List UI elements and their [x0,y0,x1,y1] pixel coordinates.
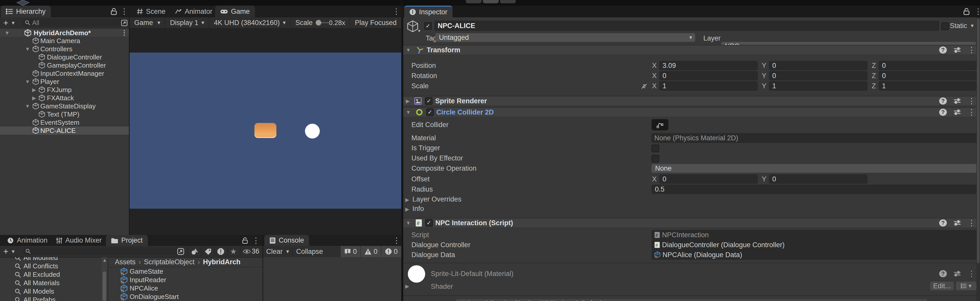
used-by-effector-checkbox[interactable] [652,155,659,163]
scale-slider-knob[interactable] [316,20,321,25]
step-button[interactable] [500,0,516,3]
pause-button[interactable] [483,0,499,3]
scene-picker-icon[interactable] [121,20,127,26]
breadcrumb-scriptableobject[interactable]: ScriptableObject [144,258,194,266]
scale-x-field[interactable]: 1 [659,81,758,90]
clear-button[interactable]: Clear [266,248,283,256]
component-menu-icon[interactable]: ⋮ [968,219,975,227]
filter-row[interactable]: All Prefabs [0,296,102,301]
game-menu-icon[interactable]: ⋮ [393,8,400,15]
scene-row[interactable]: ▼ HybridArchDemo* ⋮ [0,29,129,37]
tab-game[interactable]: Game [215,6,255,17]
component-menu-icon[interactable]: ⋮ [968,270,975,277]
project-menu-icon[interactable]: ⋮ [252,237,260,244]
position-y-field[interactable]: 0 [769,61,867,70]
rotation-x-field[interactable]: 0 [659,71,758,80]
tree-row[interactable]: ▼ Controllers [0,45,129,53]
filter-row[interactable]: All Materials [0,279,102,287]
edit-collider-button[interactable] [652,119,668,130]
breadcrumb-assets[interactable]: Assets [115,258,135,266]
hierarchy-menu-icon[interactable]: ⋮ [121,8,128,15]
project-search-input[interactable] [22,247,182,255]
rotation-z-field[interactable]: 0 [879,71,977,80]
foldout-open-icon[interactable]: ▼ [406,220,411,226]
foldout-closed-icon[interactable]: ▶ [406,98,410,104]
presets-icon[interactable] [953,219,961,227]
expander-closed-icon[interactable]: ▶ [32,87,36,93]
open-search-icon[interactable] [177,248,184,255]
foldout-closed-icon[interactable]: ▶ [405,206,409,212]
physics-material-field[interactable]: None (Physics Material 2D) [652,133,980,143]
filter-row[interactable]: All Conflicts [0,262,102,270]
play-focused-dropdown[interactable]: Play Focused [350,17,401,28]
position-z-field[interactable]: 0 [879,61,977,70]
npc-interaction-header[interactable]: ▼ # ✓ NPC Interaction (Script) ? ⋮ [403,218,980,228]
presets-icon[interactable] [953,109,961,116]
log-count-toggle[interactable]: 0 [341,246,360,257]
dialogue-data-field[interactable]: {} NPCAlice (Dialogue Data) [652,250,980,260]
asset-row[interactable]: {} GameState [108,267,262,276]
circle-collider-enabled-checkbox[interactable]: ✓ [426,108,434,116]
filter-row[interactable]: All Modified [0,257,102,262]
foldout-closed-icon[interactable]: ▶ [405,196,409,203]
help-icon[interactable]: ? [939,219,947,227]
asset-row[interactable]: {} OnDialogueStart [108,293,262,301]
console-log-area[interactable] [263,257,401,301]
help-icon[interactable]: ? [939,46,947,54]
resolution-dropdown[interactable]: 4K UHD (3840x2160) ▾ [209,17,291,28]
material-preview-sphere[interactable] [408,265,425,283]
tab-animator[interactable]: Animator [170,6,218,17]
breadcrumb-hybridarch[interactable]: HybridArch [203,258,240,266]
tab-animation[interactable]: Animation [2,235,52,246]
error-count-toggle[interactable]: 0 [382,246,401,257]
lock-icon[interactable] [110,8,117,15]
scrollbar-thumb[interactable] [977,18,980,263]
search-by-type-icon[interactable] [191,248,199,255]
sprite-renderer-enabled-checkbox[interactable]: ✓ [425,97,433,105]
add-asset-caret-icon[interactable]: ▾ [12,249,14,254]
static-caret-icon[interactable]: ▾ [971,23,974,29]
lock-icon[interactable] [242,237,248,244]
composite-operation-dropdown[interactable]: None ▾ [652,164,980,173]
visibility-eye-icon[interactable] [243,249,251,254]
tab-hierarchy[interactable]: Hierarchy [1,6,51,17]
scale-y-field[interactable]: 1 [769,81,867,90]
radius-field[interactable]: 0.5 [652,185,977,194]
sprite-renderer-header[interactable]: ▶ ✓ Sprite Renderer ? ⋮ [403,96,980,106]
static-checkbox[interactable] [941,22,949,30]
component-menu-icon[interactable]: ⋮ [968,46,975,54]
favorites-scrollbar[interactable]: ▲ [102,257,107,301]
rotation-y-field[interactable]: 0 [769,71,867,80]
play-button[interactable] [466,0,482,3]
tree-row[interactable]: EventSystem [0,118,129,127]
scrollbar-thumb[interactable] [103,271,106,301]
display-dropdown[interactable]: Display 1 ▾ [165,17,209,28]
tree-row[interactable]: Text (TMP) [0,110,129,118]
active-checkbox[interactable]: ✓ [424,22,432,30]
npc-interaction-enabled-checkbox[interactable]: ✓ [425,219,433,227]
collapse-button[interactable]: Collapse [296,248,323,256]
add-asset-button[interactable]: + [3,246,8,257]
tab-scene[interactable]: Scene [132,6,171,17]
tree-row[interactable]: Main Camera [0,37,129,45]
scale-z-field[interactable]: 1 [879,81,977,90]
shader-dropdown[interactable]: Universal Render Pipeline/2D/Sprite-Lit-… [455,299,927,301]
foldout-open-icon[interactable]: ▼ [406,47,411,53]
expander-open-icon[interactable]: ▼ [5,30,10,36]
name-field[interactable]: NPC-ALICE [434,21,939,31]
tab-project[interactable]: Project [106,235,148,246]
asset-row[interactable]: {} NPCAlice [108,284,262,293]
dialogue-controller-field[interactable]: # DialogueController (Dialogue Controlle… [652,240,980,250]
tab-audio-mixer[interactable]: Audio Mixer [51,235,107,246]
help-icon[interactable]: ? [939,270,947,277]
tree-row[interactable]: ▼ GameStateDisplay [0,102,129,110]
presets-icon[interactable] [953,97,961,105]
help-icon[interactable]: ? [939,97,947,105]
tag-dropdown[interactable]: Untagged ▾ [435,33,695,42]
expander-open-icon[interactable]: ▼ [25,46,30,52]
tree-row[interactable]: ▶ FXJump [0,86,129,94]
search-by-label-icon[interactable] [204,248,212,255]
shader-edit-button[interactable]: Edit... [930,282,954,290]
component-menu-icon[interactable]: ⋮ [968,97,975,105]
expander-open-icon[interactable]: ▼ [25,79,30,85]
